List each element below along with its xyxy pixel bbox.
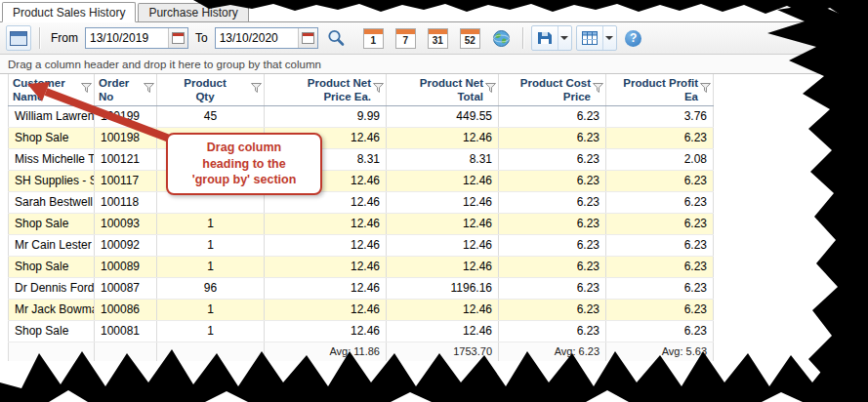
funnel-icon[interactable] (251, 83, 262, 95)
table-row[interactable]: SH Supplies - Sarah10011712.4612.466.236… (9, 170, 714, 191)
cell-customer-name[interactable]: SH Supplies - Sarah (9, 170, 95, 191)
period-day-button[interactable]: 1 (359, 25, 388, 51)
cell-product-net-total[interactable]: 1196.16 (387, 277, 499, 299)
cell-product-profit-ea[interactable]: 6.23 (606, 256, 714, 277)
funnel-icon[interactable] (485, 83, 496, 95)
to-date-field[interactable]: 13/10/2020 (215, 27, 318, 49)
cell-order-no[interactable]: 100117 (95, 170, 157, 191)
cell-product-qty[interactable]: 96 (157, 277, 265, 299)
cell-customer-name[interactable]: Shop Sale (9, 127, 95, 148)
column-header-product-net-total[interactable]: Product NetTotal (387, 74, 499, 105)
cell-product-cost-price[interactable]: 6.23 (499, 234, 606, 256)
table-row[interactable]: Mr Jack Bowman100086112.4612.466.236.23 (9, 299, 714, 320)
cell-product-profit-ea[interactable]: 6.23 (606, 213, 714, 234)
cell-product-net-total[interactable]: 12.46 (387, 320, 499, 342)
cell-product-qty[interactable]: 1 (157, 320, 265, 342)
funnel-icon[interactable] (593, 83, 603, 95)
cell-product-qty[interactable]: 1 (157, 213, 265, 234)
tab-product-sales-history[interactable]: Product Sales History (2, 2, 136, 22)
cell-customer-name[interactable]: Mr Jack Bowman (9, 299, 95, 320)
cell-product-net-total[interactable]: 12.46 (387, 213, 499, 234)
column-header-product-net-price-ea[interactable]: Product NetPrice Ea. (265, 74, 387, 105)
web-button[interactable] (488, 25, 515, 51)
report-window-button[interactable] (6, 25, 31, 51)
cell-product-net-price-ea[interactable]: 12.46 (265, 299, 387, 320)
cell-product-profit-ea[interactable]: 3.76 (606, 105, 714, 127)
cell-product-profit-ea[interactable]: 6.23 (606, 170, 714, 191)
cell-product-net-total[interactable]: 12.46 (387, 170, 499, 191)
funnel-icon[interactable] (144, 83, 154, 95)
cell-product-qty[interactable]: 1 (157, 234, 265, 256)
cell-order-no[interactable]: 100087 (95, 277, 157, 299)
cell-product-net-total[interactable]: 8.31 (387, 148, 499, 170)
cell-product-net-total[interactable]: 12.46 (387, 191, 499, 213)
cell-customer-name[interactable]: Mr Cain Lester (9, 234, 95, 256)
cell-customer-name[interactable]: Shop Sale (9, 320, 95, 342)
cell-order-no[interactable]: 100092 (95, 234, 157, 256)
cell-product-cost-price[interactable]: 6.23 (499, 299, 606, 320)
cell-product-cost-price[interactable]: 6.23 (499, 213, 606, 234)
cell-customer-name[interactable]: William Lawrence (9, 105, 95, 127)
cell-product-net-price-ea[interactable]: 12.46 (265, 213, 387, 234)
funnel-icon[interactable] (373, 83, 384, 95)
table-row[interactable]: Mr Cain Lester100092112.4612.466.236.23 (9, 234, 714, 256)
tab-purchase-history[interactable]: Purchase History (138, 3, 248, 21)
cell-customer-name[interactable]: Miss Michelle Trade (9, 148, 95, 170)
cell-product-cost-price[interactable]: 6.23 (499, 191, 606, 213)
cell-customer-name[interactable]: Shop Sale (9, 256, 95, 277)
save-split-button[interactable] (531, 25, 572, 51)
cell-product-profit-ea[interactable]: 6.23 (606, 277, 714, 299)
cell-order-no[interactable]: 100081 (95, 320, 157, 342)
cell-product-net-price-ea[interactable]: 12.46 (265, 256, 387, 277)
cell-customer-name[interactable]: Shop Sale (9, 213, 95, 234)
cell-product-cost-price[interactable]: 6.23 (499, 148, 606, 170)
cell-order-no[interactable]: 100086 (95, 299, 157, 320)
table-row[interactable]: Shop Sale10019812.4612.466.236.23 (9, 127, 714, 148)
cell-product-profit-ea[interactable]: 6.23 (606, 191, 714, 213)
cell-product-qty[interactable]: 1 (157, 256, 265, 277)
column-header-customer-name[interactable]: CustomerName (9, 74, 95, 105)
cell-product-net-total[interactable]: 12.46 (387, 127, 499, 148)
cell-product-cost-price[interactable]: 6.23 (499, 256, 606, 277)
cell-order-no[interactable]: 100089 (95, 256, 157, 277)
table-row[interactable]: Shop Sale100093112.4612.466.236.23 (9, 213, 714, 234)
grid-layout-split-button[interactable] (576, 25, 617, 51)
cell-product-net-total[interactable]: 12.46 (387, 256, 499, 277)
table-row[interactable]: Dr Dennis Ford1000879612.461196.166.236.… (9, 277, 714, 299)
column-header-product-cost-price[interactable]: Product CostPrice (499, 74, 606, 105)
column-header-product-profit-ea[interactable]: Product ProfitEa (606, 74, 714, 105)
table-row[interactable]: Sarah Bestwell10011812.4612.466.236.23 (9, 191, 714, 213)
table-row[interactable]: Miss Michelle Trade1001218.318.316.232.0… (9, 148, 714, 170)
cell-product-profit-ea[interactable]: 6.23 (606, 320, 714, 342)
cell-product-net-price-ea[interactable]: 12.46 (265, 234, 387, 256)
cell-product-net-price-ea[interactable]: 9.99 (265, 105, 387, 127)
group-by-bar[interactable]: Drag a column header and drop it here to… (0, 55, 868, 74)
period-year-button[interactable]: 52 (456, 25, 484, 51)
cell-order-no[interactable]: 100093 (95, 213, 157, 234)
cell-customer-name[interactable]: Sarah Bestwell (9, 191, 95, 213)
cell-product-net-total[interactable]: 12.46 (387, 234, 499, 256)
cell-product-profit-ea[interactable]: 6.23 (606, 299, 714, 320)
to-date-picker-button[interactable] (298, 28, 317, 48)
cell-product-net-price-ea[interactable]: 12.46 (265, 277, 387, 299)
save-dropdown-button[interactable] (558, 26, 571, 50)
column-header-order-no[interactable]: OrderNo (95, 74, 157, 105)
cell-product-net-total[interactable]: 449.55 (387, 105, 499, 127)
from-date-field[interactable]: 13/10/2019 (85, 27, 188, 49)
help-button[interactable]: ? (621, 25, 646, 51)
cell-order-no[interactable]: 100198 (95, 127, 157, 148)
cell-order-no[interactable]: 100199 (95, 105, 157, 127)
cell-product-qty[interactable]: 1 (157, 299, 265, 320)
cell-product-cost-price[interactable]: 6.23 (499, 277, 606, 299)
cell-product-cost-price[interactable]: 6.23 (499, 127, 606, 148)
cell-product-cost-price[interactable]: 6.23 (499, 105, 606, 127)
cell-order-no[interactable]: 100121 (95, 148, 157, 170)
cell-product-profit-ea[interactable]: 2.08 (606, 148, 714, 170)
grid-layout-dropdown-button[interactable] (602, 26, 616, 50)
table-row[interactable]: William Lawrence100199459.99449.556.233.… (9, 105, 714, 127)
search-button[interactable] (322, 25, 350, 51)
table-row[interactable]: Shop Sale100081112.4612.466.236.23 (9, 320, 714, 342)
table-row[interactable]: Shop Sale100089112.4612.466.236.23 (9, 256, 714, 277)
cell-product-profit-ea[interactable]: 6.23 (606, 127, 714, 148)
cell-customer-name[interactable]: Dr Dennis Ford (9, 277, 95, 299)
